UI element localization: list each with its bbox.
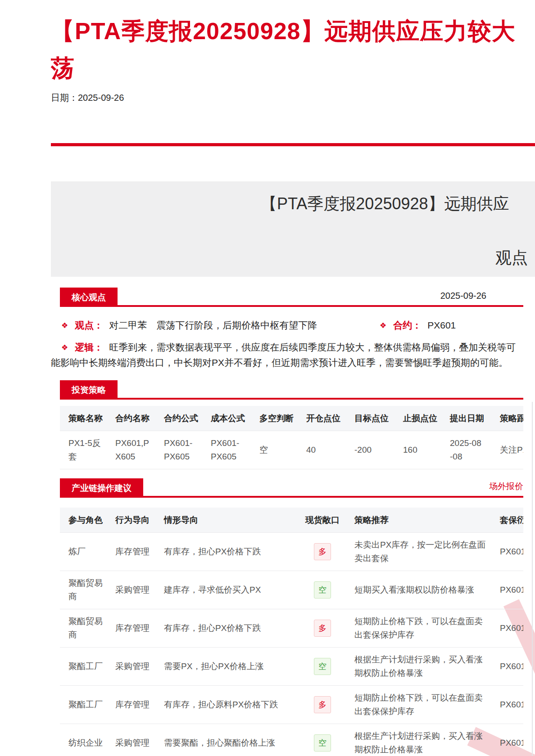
table-cell: 有库存，担心原料PX价格下跌 [155, 686, 299, 724]
column-header: 策略推荐 [346, 508, 491, 533]
table-cell: 纺织企业 [60, 724, 107, 756]
table-row: 纺织企业采购管理需要聚酯，担心聚酯价格上涨空根据生产计划进行采购，买入看涨期权防… [60, 724, 523, 756]
logic-paragraph: ❖逻辑：旺季到来，需求数据表现平平，供应度在后续四季度压力较大，整体供需格局偏弱… [51, 340, 523, 370]
table-cell: PX601 [491, 648, 523, 686]
red-divider [51, 143, 535, 146]
section-title-strategy: 投资策略 [60, 380, 118, 400]
exposure-cell: 多 [299, 686, 346, 724]
table-cell: 有库存，担心PX价格下跌 [155, 533, 299, 571]
diamond-bullet-icon: ❖ [61, 343, 68, 352]
exposure-tag-short: 空 [314, 658, 331, 675]
table-cell: 采购管理 [107, 571, 155, 609]
report-page: 【PTA季度报20250928】远期供应压力较大 荡 日期：2025-09-26… [0, 0, 535, 756]
publish-date-label: 日期： [51, 93, 78, 103]
table-row: 炼厂库存管理有库存，担心PX价格下跌多未卖出PX库存，按一定比例在盘面卖出套保P… [60, 533, 523, 571]
table-cell: 聚酯工厂 [60, 686, 107, 724]
table-row: 聚酯贸易商库存管理有库存，担心PX价格下跌多短期防止价格下跌，可以在盘面卖出套保… [60, 609, 523, 648]
column-header: 套保衍生品 [491, 508, 523, 533]
banner-subtitle: 观点 [495, 247, 528, 269]
exposure-cell: 多 [299, 609, 346, 648]
table-cell: 聚酯工厂 [60, 648, 107, 686]
table-cell: 聚酯贸易商 [60, 609, 107, 648]
section-title-industry: 产业链操作建议 [60, 478, 143, 498]
table-cell: 库存管理 [107, 533, 155, 571]
table-cell: PX601 [491, 533, 523, 571]
table-cell: 40 [298, 431, 346, 469]
exposure-cell: 空 [299, 571, 346, 609]
table-cell: 根据生产计划进行采购，买入看涨期权防止价格暴涨 [346, 724, 491, 756]
table-row: 聚酯贸易商采购管理建库存，寻求低价买入PX空短期买入看涨期权以防价格暴涨PX60… [60, 571, 523, 609]
column-header: 情形导向 [155, 508, 299, 533]
table-cell: 160 [394, 431, 441, 469]
table-cell: 采购管理 [107, 648, 155, 686]
table-row: PX1-5反套PX601,PX605PX601-PX605PX601-PX605… [60, 431, 523, 469]
industry-table-scroll[interactable]: 参与角色行为导向情形导向现货敞口策略推荐套保衍生品炼厂库存管理有库存，担心PX价… [60, 508, 523, 756]
publish-date: 日期：2025-09-26 [51, 92, 124, 104]
contract-row: ❖合约：PX601 [380, 318, 456, 333]
table-cell: 需要聚酯，担心聚酯价格上涨 [155, 724, 299, 756]
column-header: 行为导向 [107, 508, 155, 533]
page-title: 【PTA季度报20250928】远期供应压力较大 荡 [51, 13, 535, 86]
section-underline [60, 305, 523, 307]
column-header: 合约公式 [155, 406, 202, 431]
exposure-cell: 空 [299, 648, 346, 686]
table-row: 聚酯工厂采购管理需要PX，担心PX价格上涨空根据生产计划进行采购，买入看涨期权防… [60, 648, 523, 686]
table-cell: PX601 [491, 724, 523, 756]
logic-label: 逻辑： [75, 342, 103, 352]
contract-label: 合约： [393, 320, 422, 330]
column-header: 提出日期 [441, 406, 491, 431]
core-view-date: 2025-09-26 [440, 291, 486, 301]
exposure-cell: 多 [299, 533, 346, 571]
diamond-bullet-icon: ❖ [61, 321, 68, 330]
table-row: 聚酯工厂库存管理有库存，担心原料PX价格下跌多短期防止价格下跌，可以在盘面卖出套… [60, 686, 523, 724]
table-cell: PX601,PX605 [107, 431, 155, 469]
exposure-tag-long: 多 [314, 543, 331, 560]
banner-title: 【PTA季度报20250928】远期供应 [261, 193, 509, 215]
table-cell: 2025-08-08 [441, 431, 491, 469]
section-underline [60, 398, 523, 400]
column-header: 现货敞口 [299, 508, 346, 533]
table-cell: PX601 [491, 609, 523, 648]
section-underline [60, 496, 523, 498]
logic-text: 旺季到来，需求数据表现平平，供应度在后续四季度压力较大，整体供需格局偏弱，叠加关… [51, 342, 516, 368]
column-header: 多空判断 [251, 406, 298, 431]
table-cell: 炼厂 [60, 533, 107, 571]
column-header: 策略跟踪 [491, 406, 523, 431]
column-header: 合约名称 [107, 406, 155, 431]
column-header: 开仓点位 [298, 406, 346, 431]
exposure-cell: 空 [299, 724, 346, 756]
table-cell: 聚酯贸易商 [60, 571, 107, 609]
view-row: ❖观点：对二甲苯 震荡下行阶段，后期价格中枢有望下降 [61, 318, 317, 333]
table-cell: 库存管理 [107, 686, 155, 724]
table-cell: 库存管理 [107, 609, 155, 648]
table-cell: PX601-PX605 [202, 431, 251, 469]
strategy-table: 策略名称合约名称合约公式成本公式多空判断开仓点位目标点位止损点位提出日期策略跟踪… [60, 406, 523, 469]
table-cell: 短期买入看涨期权以防价格暴涨 [346, 571, 491, 609]
report-banner: 【PTA季度报20250928】远期供应 观点 [51, 181, 535, 277]
table-cell: 建库存，寻求低价买入PX [155, 571, 299, 609]
table-cell: PX601-PX605 [155, 431, 202, 469]
table-cell: 根据生产计划进行采购，买入看涨期权防止价格暴涨 [346, 648, 491, 686]
exposure-tag-long: 多 [314, 620, 331, 637]
table-cell: 短期防止价格下跌，可以在盘面卖出套保保护库存 [346, 686, 491, 724]
view-text: 对二甲苯 震荡下行阶段，后期价格中枢有望下降 [109, 320, 317, 330]
view-label: 观点： [75, 320, 103, 330]
strategy-table-scroll[interactable]: 策略名称合约名称合约公式成本公式多空判断开仓点位目标点位止损点位提出日期策略跟踪… [60, 406, 523, 469]
exposure-tag-short: 空 [314, 581, 331, 598]
table-cell: 有库存，担心PX价格下跌 [155, 609, 299, 648]
table-cell: 关注PX601 [491, 431, 523, 469]
section-title-core-view: 核心观点 [60, 288, 118, 307]
table-cell: -200 [346, 431, 394, 469]
table-cell: 采购管理 [107, 724, 155, 756]
column-header: 成本公式 [202, 406, 251, 431]
table-cell: PX601 [491, 686, 523, 724]
otc-quote-link[interactable]: 场外报价 [489, 481, 523, 492]
table-cell: 未卖出PX库存，按一定比例在盘面卖出套保 [346, 533, 491, 571]
table-cell: PX1-5反套 [60, 431, 107, 469]
column-header: 目标点位 [346, 406, 394, 431]
column-header: 参与角色 [60, 508, 107, 533]
page-title-line1: 【PTA季度报20250928】远期供应压力较大 [51, 13, 535, 50]
table-cell: PX601 [491, 571, 523, 609]
diamond-bullet-icon: ❖ [380, 321, 386, 330]
contract-value: PX601 [427, 320, 456, 330]
